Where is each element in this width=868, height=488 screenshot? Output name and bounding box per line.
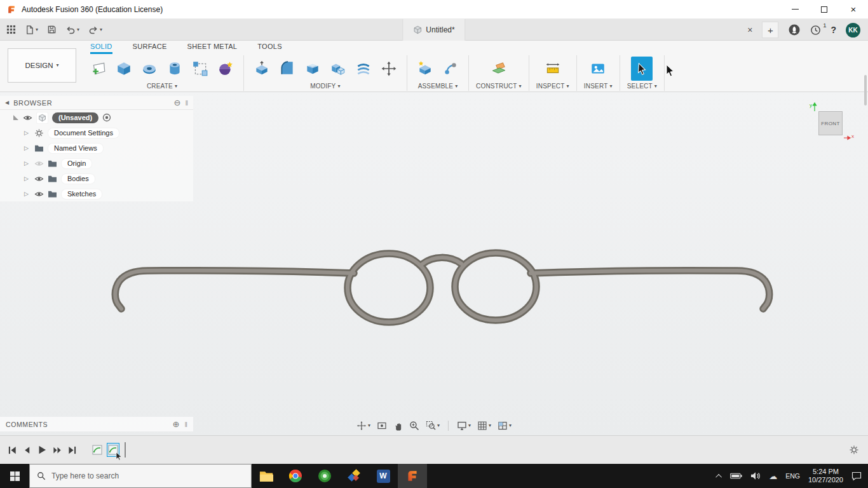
pan-button[interactable] [391, 419, 405, 432]
save-button[interactable] [47, 25, 57, 34]
extrude-button[interactable] [113, 57, 135, 81]
expand-icon[interactable]: ▷ [24, 130, 31, 136]
close-button[interactable]: × [839, 0, 868, 18]
look-at-button[interactable] [375, 419, 389, 432]
shell-button[interactable] [302, 57, 323, 81]
diamond-app-button[interactable] [339, 464, 369, 488]
tree-row-bodies[interactable]: ▷ Bodies [0, 171, 193, 186]
word-button[interactable]: W [369, 464, 398, 488]
battery-icon[interactable] [730, 473, 742, 479]
timeline-position-marker[interactable] [125, 442, 126, 458]
file-explorer-button[interactable] [252, 464, 281, 488]
construct-menu-button[interactable]: CONSTRUCT▾ [476, 83, 522, 90]
root-expand-icon[interactable] [13, 114, 19, 121]
onedrive-cloud-icon[interactable]: ☁ [769, 472, 777, 480]
create-menu-button[interactable]: CREATE▾ [147, 83, 177, 90]
display-settings-button[interactable]: ▾ [455, 419, 473, 432]
scrollbar-handle[interactable] [864, 75, 867, 105]
add-comment-button[interactable]: ⊕ [173, 420, 180, 428]
extensions-button[interactable] [788, 24, 801, 36]
timeline-step-back-button[interactable] [22, 445, 32, 455]
grid-snaps-button[interactable]: ▾ [475, 419, 493, 432]
activate-component-icon[interactable] [102, 113, 111, 122]
job-status-button[interactable]: 1 [810, 25, 821, 36]
document-tab[interactable]: Untitled* [402, 19, 465, 41]
press-pull-button[interactable] [251, 57, 273, 81]
zoom-window-button[interactable]: ▾ [424, 419, 442, 432]
new-tab-button[interactable]: + [762, 22, 778, 38]
coil-button[interactable] [215, 57, 236, 81]
browser-grip[interactable]: ‖ [185, 99, 188, 107]
construct-plane-button[interactable] [488, 57, 510, 81]
browser-root-row[interactable]: (Unsaved) [0, 110, 193, 125]
select-button[interactable] [631, 57, 653, 81]
create-sketch-button[interactable] [88, 57, 109, 81]
pattern-button[interactable] [189, 57, 211, 81]
language-indicator[interactable]: ENG [785, 472, 800, 480]
new-component-button[interactable] [414, 57, 436, 81]
taskbar-search[interactable] [29, 464, 252, 488]
app-grid-button[interactable] [6, 25, 16, 34]
expand-icon[interactable]: ▷ [24, 145, 31, 151]
green-app-button[interactable] [310, 464, 339, 488]
action-center-button[interactable] [851, 471, 862, 480]
comments-bar[interactable]: COMMENTS ⊕ ‖ [0, 417, 193, 431]
insert-button[interactable] [587, 57, 609, 81]
taskbar-search-input[interactable] [51, 471, 229, 480]
modify-menu-button[interactable]: MODIFY▾ [310, 83, 340, 90]
move-button[interactable] [378, 57, 400, 81]
eye-icon[interactable] [34, 175, 44, 182]
tree-row-document-settings[interactable]: ▷ Document Settings [0, 125, 193, 140]
eye-icon[interactable] [34, 191, 44, 198]
tab-tools[interactable]: TOOLS [257, 43, 282, 52]
maximize-button[interactable] [810, 0, 839, 18]
timeline-go-to-start-button[interactable] [8, 445, 17, 455]
combine-button[interactable] [327, 57, 349, 81]
timeline-go-to-end-button[interactable] [67, 445, 77, 455]
timeline-settings-button[interactable] [849, 445, 859, 455]
root-document-label[interactable]: (Unsaved) [52, 112, 98, 123]
orbit-button[interactable]: ▾ [355, 419, 372, 432]
tree-row-label[interactable]: Sketches [61, 189, 102, 200]
eye-hidden-icon[interactable] [34, 160, 44, 167]
comments-grip[interactable]: ‖ [184, 421, 187, 428]
joint-button[interactable] [440, 57, 461, 81]
help-button[interactable]: ? [831, 25, 836, 35]
tree-row-sketches[interactable]: ▷ Sketches [0, 186, 193, 201]
expand-icon[interactable]: ▷ [24, 160, 31, 166]
eye-icon[interactable] [23, 114, 32, 121]
tab-surface[interactable]: SURFACE [133, 43, 167, 52]
minimize-button[interactable] [780, 0, 810, 18]
design-menu-button[interactable]: DESIGN ▾ [8, 48, 76, 83]
close-tab-button[interactable]: × [747, 25, 752, 35]
volume-icon[interactable] [750, 471, 761, 480]
tray-expand-icon[interactable] [715, 473, 722, 480]
viewports-button[interactable]: ▾ [496, 419, 513, 432]
avatar[interactable]: KK [846, 23, 860, 37]
tree-row-label[interactable]: Named Views [48, 143, 104, 154]
start-button[interactable] [0, 464, 29, 488]
viewcube-front-face[interactable]: FRONT [818, 111, 843, 135]
taskbar-clock[interactable]: 5:24 PM 10/27/2020 [808, 468, 843, 484]
offset-face-button[interactable] [353, 57, 374, 81]
chrome-button[interactable] [281, 464, 310, 488]
timeline-feature-sketch2[interactable] [107, 443, 119, 457]
expand-icon[interactable]: ▷ [24, 175, 31, 182]
inspect-menu-button[interactable]: INSPECT▾ [536, 83, 569, 90]
tab-sheet-metal[interactable]: SHEET METAL [187, 43, 238, 52]
canvas-viewport[interactable]: ◀ BROWSER ⊖ ‖ (Unsaved) ▷ Document Setti… [0, 92, 868, 435]
cylinder-button[interactable] [164, 57, 186, 81]
fusion360-taskbar-button[interactable] [398, 464, 427, 488]
timeline-play-button[interactable] [37, 445, 47, 455]
tree-row-origin[interactable]: ▷ Origin [0, 156, 193, 171]
tab-solid[interactable]: SOLID [90, 43, 112, 54]
fillet-button[interactable] [276, 57, 298, 81]
redo-button[interactable]: ▾ [88, 25, 102, 35]
assemble-menu-button[interactable]: ASSEMBLE▾ [418, 83, 458, 90]
tree-row-label[interactable]: Origin [61, 158, 92, 169]
viewcube[interactable]: y FRONT x [808, 101, 853, 143]
timeline-step-forward-button[interactable] [52, 445, 62, 455]
expand-icon[interactable]: ▷ [24, 191, 31, 197]
file-menu-button[interactable]: ▾ [25, 25, 38, 35]
timeline-feature-sketch1[interactable] [91, 443, 104, 457]
